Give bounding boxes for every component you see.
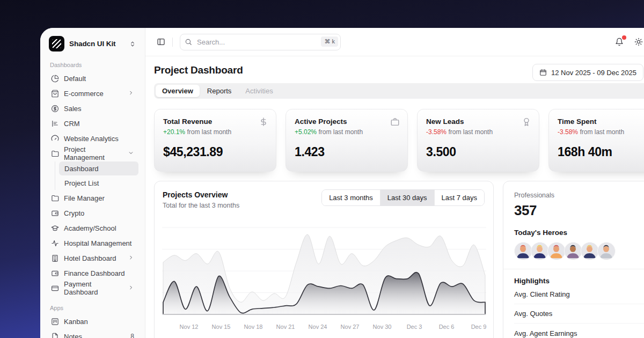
sidebar-item-finance-dashboard[interactable]: Finance Dashboard [47, 266, 138, 281]
topbar-divider [172, 38, 173, 47]
sidebar-item-kanban[interactable]: Kanban [47, 314, 138, 329]
sidebar-item-label: Notes [64, 333, 82, 338]
search-shortcut-badge: ⌘ k [321, 36, 338, 47]
sidebar-item-badge: 8 [130, 333, 134, 338]
search-icon [185, 38, 192, 46]
professionals-label: Professionals [514, 192, 644, 199]
stat-value: $45,231.89 [163, 145, 267, 159]
sidebar-toggle-button[interactable] [157, 38, 165, 46]
sidebar-item-label: Project Management [64, 145, 123, 161]
tab-reports[interactable]: Reports [201, 85, 238, 97]
sidebar-section-label: Apps [50, 305, 135, 311]
stat-card-total-revenue: Total Revenue +20.1% from last month $45… [154, 109, 276, 172]
x-tick-label: Nov 21 [276, 324, 295, 330]
topbar: ⌘ k [145, 28, 644, 56]
sidebar-subitem-dashboard[interactable]: Dashboard [59, 161, 138, 175]
date-range-button[interactable]: 12 Nov 2025 - 09 Dec 2025 [532, 64, 643, 81]
sidebar-item-file-manager[interactable]: File Manager [47, 190, 138, 205]
circle-dollar-icon [51, 105, 59, 113]
hero-avatar[interactable] [597, 242, 616, 260]
stat-title: Active Projects [295, 117, 399, 126]
range-button-last-3-months[interactable]: Last 3 months [322, 190, 380, 205]
tab-activities[interactable]: Activities [239, 85, 279, 97]
stat-value: 3.500 [426, 145, 530, 159]
highlight-label: Avg. Agent Earnings [514, 329, 577, 337]
panel-left-icon [157, 38, 165, 46]
notification-dot [622, 35, 626, 40]
x-tick-label: Nov 15 [212, 324, 231, 330]
stat-card-time-spent: Time Spent -3.58% from last month 168h 4… [548, 109, 644, 172]
app-window: Shadcn UI Kit DashboardsDefaultE-commerc… [40, 28, 644, 338]
sidebar-item-project-management[interactable]: Project Management [47, 146, 138, 161]
date-range-label: 12 Nov 2025 - 09 Dec 2025 [551, 69, 636, 77]
stat-card-new-leads: New Leads -3.58% from last month 3.500 [417, 109, 539, 172]
area-chart [162, 223, 486, 319]
stat-change: +20.1% from last month [163, 128, 267, 136]
credit-card-icon [51, 284, 59, 292]
range-button-last-7-days[interactable]: Last 7 days [434, 190, 485, 205]
stat-value: 1.423 [295, 145, 399, 159]
lower-row: Projects Overview Total for the last 3 m… [154, 181, 644, 338]
sidebar-item-label: Website Analytics [64, 135, 119, 143]
sidebar: Shadcn UI Kit DashboardsDefaultE-commerc… [40, 28, 145, 338]
sidebar-subitem-project-list[interactable]: Project List [59, 176, 138, 190]
sidebar-item-label: Crypto [64, 209, 84, 217]
x-tick-label: Nov 24 [309, 324, 327, 330]
sidebar-item-sales[interactable]: Sales [47, 101, 138, 116]
x-tick-label: Dec 9 [471, 324, 487, 330]
hero-avatar[interactable] [581, 242, 599, 260]
wallet-icon [51, 269, 59, 277]
sidebar-item-notes[interactable]: Notes8 [47, 329, 138, 338]
sidebar-item-payment-dashboard[interactable]: Payment Dashboard [47, 281, 138, 296]
highlight-row-avg-client-rating: Avg. Client Rating 7. [514, 285, 644, 304]
sidebar-item-hospital-management[interactable]: Hospital Management [47, 236, 138, 251]
sidebar-item-crm[interactable]: CRM [47, 116, 138, 131]
workspace-switcher[interactable]: Shadcn UI Kit [47, 35, 138, 53]
sidebar-item-default[interactable]: Default [47, 71, 138, 86]
sidebar-item-label: Hospital Management [64, 239, 131, 247]
hero-avatar[interactable] [514, 242, 532, 260]
sidebar-item-academy-school[interactable]: Academy/School [47, 221, 138, 236]
highlights-title: Highlights [514, 277, 644, 285]
stat-title: Total Revenue [163, 117, 267, 126]
building-icon [51, 254, 59, 262]
sidebar-item-crypto[interactable]: Crypto [47, 205, 138, 221]
x-tick-label: Nov 27 [341, 324, 360, 330]
hero-avatar[interactable] [531, 242, 549, 260]
chevron-right-icon [128, 90, 134, 96]
professionals-count: 357 [514, 202, 644, 219]
sun-icon [634, 38, 643, 46]
highlight-row-avg-agent-earnings: Avg. Agent Earnings $ [514, 324, 644, 338]
projects-overview-card: Projects Overview Total for the last 3 m… [154, 181, 494, 338]
chevrons-up-down-icon [129, 40, 136, 48]
highlight-label: Avg. Client Rating [514, 290, 570, 298]
search-box: ⌘ k [180, 34, 341, 50]
hero-avatar[interactable] [564, 242, 582, 260]
sidebar-subitem-label: Dashboard [64, 165, 99, 173]
sidebar-section-label: Dashboards [50, 62, 135, 68]
theme-toggle-button[interactable] [634, 38, 643, 46]
notifications-button[interactable] [615, 38, 624, 46]
gauge-icon [51, 135, 59, 143]
stat-value: 168h 40m [558, 145, 644, 159]
chevron-right-icon [128, 254, 134, 261]
sidebar-item-e-commerce[interactable]: E-commerce [47, 86, 138, 101]
page-header: Project Dashboard 12 Nov 2025 - 09 Dec 2… [154, 64, 644, 76]
sidebar-item-hotel-dashboard[interactable]: Hotel Dashboard [47, 251, 138, 266]
kanban-icon [51, 318, 59, 326]
professionals-card: Professionals 357 Today's Heroes [503, 181, 644, 338]
sidebar-item-label: E-commerce [64, 90, 104, 98]
sidebar-subnav: DashboardProject List [55, 161, 138, 190]
hero-avatar[interactable] [547, 242, 566, 260]
range-button-last-30-days[interactable]: Last 30 days [380, 190, 434, 205]
tab-overview[interactable]: Overview [156, 85, 200, 97]
stat-card-active-projects: Active Projects +5.02% from last month 1… [286, 109, 408, 172]
highlights-list: Avg. Client Rating 7. Avg. Quotes Avg. A… [514, 285, 644, 338]
x-tick-label: Dec 6 [439, 324, 455, 330]
sidebar-item-website-analytics[interactable]: Website Analytics [47, 131, 138, 146]
search-input[interactable] [180, 34, 341, 50]
chevron-down-icon [128, 150, 134, 156]
folder-icon [51, 194, 59, 202]
chart-x-axis-labels: Nov 12Nov 15Nov 18Nov 21Nov 24Nov 27Nov … [162, 324, 486, 331]
activity-icon [51, 239, 59, 247]
